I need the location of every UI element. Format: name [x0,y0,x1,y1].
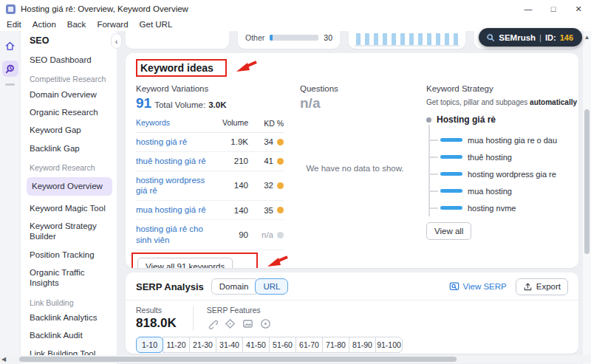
vertical-scrollbar-thumb[interactable] [584,109,590,254]
page-button[interactable]: 51-60 [269,337,296,353]
home-icon[interactable] [2,38,18,54]
sidebar-item-keyword-overview[interactable]: Keyword Overview [27,177,112,195]
sidebar-item-domain-overview[interactable]: Domain Overview [30,89,111,100]
page-button[interactable]: 81-90 [349,337,376,353]
questions-panel: Questions n/a We have no data to show. [284,84,426,268]
menu-get-url[interactable]: Get URL [140,20,173,29]
topic-pill [440,172,462,176]
page-button[interactable]: 61-70 [296,337,323,353]
sidebar-item-organic-research[interactable]: Organic Research [30,107,111,117]
table-row: hosting wordpress giá rẻ 140 32 [136,171,284,202]
kd-value: 41 [264,157,273,165]
main-content: Other 30 SEMrush | ID: 146 Keyword ideas [117,31,583,364]
horizontal-scrollbar[interactable]: ◀ [0,355,591,363]
sidebar-collapse-button[interactable]: ‹ [111,33,122,49]
badge-brand: SEMrush [499,33,536,42]
mini-trend-bars [355,33,460,47]
kd-dot [277,207,284,213]
toggle-domain[interactable]: Domain [211,278,257,295]
menu-back[interactable]: Back [67,20,86,29]
sidebar-item-keyword-magic-tool[interactable]: Keyword Magic Tool [30,203,111,213]
maximize-button[interactable]: □ [541,0,566,18]
sidebar-item-backlink-gap[interactable]: Backlink Gap [30,143,111,154]
other-bar [270,35,318,41]
kd-value: 34 [264,137,273,146]
keyword-link[interactable]: hosting wordpress giá rẻ [136,175,220,197]
variations-count: 91 [136,95,151,111]
table-row: hosting giá rẻ cho sinh viên 90 n/a [136,220,284,250]
sidebar-item-position-tracking[interactable]: Position Tracking [30,250,111,260]
page-button[interactable]: 91-100 [375,337,403,353]
strategy-tree: Hosting giá rẻ mua hosting gia re o dau … [426,114,568,213]
keyword-strategy-subtitle: Get topics, pillar and subpages automati… [426,98,568,106]
menu-edit[interactable]: Edit [7,20,21,29]
icon-rail [0,31,21,364]
keyword-strategy-label: Keyword Strategy [426,84,568,93]
sidebar-section-competitive-research: Competitive Research [30,75,111,84]
keyword-strategy-panel: Keyword Strategy Get topics, pillar and … [426,84,568,268]
toggle-url[interactable]: URL [255,278,288,295]
table-row: hosting giá rẻ 1.9K 34 [136,133,284,152]
keyword-link[interactable]: thuê hosting giá rẻ [136,156,220,167]
tree-root-label: Hosting giá rẻ [437,114,496,125]
page-button[interactable]: 71-80 [322,337,349,353]
page-button[interactable]: 41-50 [242,337,270,353]
sidebar-item-backlink-audit[interactable]: Backlink Audit [30,330,111,340]
sidebar-section-link-building: Link Building [30,298,111,308]
other-value: 30 [324,33,332,42]
partial-card [126,31,229,49]
view-all-keywords-button[interactable]: View all 91 keywords [137,258,233,268]
results-label: Results [136,306,177,315]
tree-item[interactable]: hosting nvme [440,203,568,213]
view-serp-link[interactable]: View SERP [449,281,507,292]
col-header-keywords: Keywords [136,118,220,128]
keyword-variations-table: Keywords Volume KD % hosting giá rẻ 1.9K… [136,118,284,250]
instant-answer-icon [225,318,236,329]
tree-item[interactable]: thuê hosting [440,152,568,162]
other-label: Other [245,33,264,42]
strategy-view-all-button[interactable]: View all [426,222,471,240]
results-value: 818.0K [136,316,177,331]
titlebar: Hosting giá rẻ: Overview, Keyword Overvi… [0,0,591,18]
volume-value: 210 [220,157,248,165]
export-button[interactable]: Export [516,278,568,295]
page-button[interactable]: 1-10 [136,337,163,353]
sidebar-item-seo-dashboard[interactable]: SEO Dashboard [30,55,111,65]
sidebar-item-keyword-gap[interactable]: Keyword Gap [30,125,111,135]
minimize-button[interactable]: — [516,0,541,18]
keyword-variations-label: Keyword Variations [136,84,284,93]
sidebar-item-backlink-analytics[interactable]: Backlink Analytics [30,312,111,323]
sitelinks-icon [207,318,218,329]
kd-value: n/a [262,230,273,239]
page-button[interactable]: 31-40 [216,337,243,353]
app-frame: ‹ SEO SEO Dashboard Competitive Research… [0,31,591,364]
tree-item[interactable]: mua hosting gia re o dau [440,135,568,145]
horizontal-scrollbar-thumb[interactable] [19,357,457,362]
page-button[interactable]: 21-30 [189,337,216,353]
table-row: thuê hosting giá rẻ 210 41 [136,152,284,171]
kd-value: 32 [264,181,273,190]
tree-item[interactable]: hosting wordpress gia re [440,169,568,179]
total-volume-label: Total Volume: [154,100,205,109]
menu-forward[interactable]: Forward [97,20,128,29]
badge-id-label: ID: [545,33,556,42]
sidebar: ‹ SEO SEO Dashboard Competitive Research… [21,31,117,364]
intent-card: Other 30 [238,31,340,49]
keyword-link[interactable]: hosting giá rẻ cho sinh viên [136,224,220,246]
col-header-volume: Volume [220,118,248,128]
page-button[interactable]: 11-20 [163,337,190,353]
scroll-up-icon[interactable]: ▲ [583,34,591,41]
menu-action[interactable]: Action [33,20,56,29]
topic-pill [440,206,462,210]
keyword-link[interactable]: mua hosting giá rẻ [136,205,220,216]
close-button[interactable]: ✕ [566,0,591,18]
sidebar-item-organic-traffic-insights[interactable]: Organic Traffic Insights [30,267,111,289]
video-icon [260,318,271,329]
keyword-link[interactable]: hosting giá rẻ [136,137,220,148]
tree-item[interactable]: mua hosting [440,186,568,196]
seo-toolkit-icon[interactable] [2,61,18,77]
sidebar-item-keyword-strategy-builder[interactable]: Keyword Strategy Builder [30,221,111,242]
vertical-scrollbar[interactable]: ▲ [583,31,591,364]
scroll-left-icon[interactable]: ◀ [1,356,6,363]
volume-value: 1.9K [220,137,248,146]
